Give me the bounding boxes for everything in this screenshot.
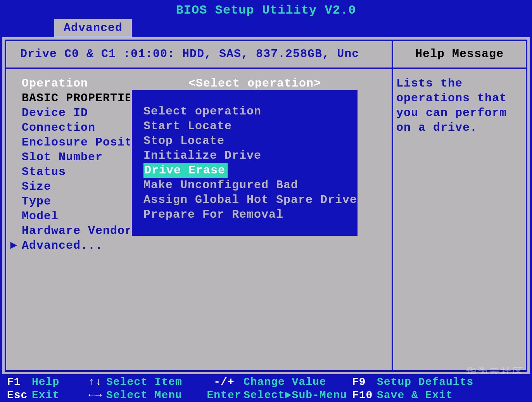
advanced-label: Advanced... bbox=[22, 239, 103, 252]
footer-row-1: F1Help ↑↓Select Item -/+Change Value F9S… bbox=[7, 376, 525, 389]
operation-popup: Select operation Start Locate Stop Locat… bbox=[130, 88, 359, 237]
popup-item-initialize-drive[interactable]: Initialize Drive bbox=[143, 148, 350, 163]
triangle-right-icon: ► bbox=[10, 238, 17, 253]
popup-item-prepare-for-removal[interactable]: Prepare For Removal bbox=[143, 207, 350, 222]
popup-item-start-locate[interactable]: Start Locate bbox=[143, 119, 350, 133]
arrows-up-down-icon: ↑↓ bbox=[85, 376, 106, 389]
popup-item-drive-erase[interactable]: Drive Erase bbox=[143, 163, 228, 178]
arrows-left-right-icon: ←→ bbox=[85, 389, 106, 402]
hint-select-sub-menu: Select►Sub-Menu bbox=[244, 389, 347, 401]
body-row: Operation <Select operation> BASIC PROPE… bbox=[5, 69, 527, 372]
footer: F1Help ↑↓Select Item -/+Change Value F9S… bbox=[0, 374, 532, 402]
popup-item-assign-global-hot-spare[interactable]: Assign Global Hot Spare Drive bbox=[143, 192, 350, 207]
properties-panel: Operation <Select operation> BASIC PROPE… bbox=[5, 69, 392, 372]
prop-advanced[interactable]: ► Advanced... bbox=[22, 238, 392, 253]
tab-row: Advanced bbox=[0, 19, 532, 38]
operation-label: Operation bbox=[22, 77, 88, 90]
hint-save-exit: Save & Exit bbox=[377, 389, 453, 401]
popup-item-stop-locate[interactable]: Stop Locate bbox=[143, 133, 350, 148]
hint-setup-defaults: Setup Defaults bbox=[377, 376, 473, 388]
key-f1: F1 bbox=[7, 376, 32, 389]
key-minus-plus: -/+ bbox=[205, 376, 244, 389]
key-esc: Esc bbox=[7, 389, 32, 402]
tab-advanced[interactable]: Advanced bbox=[54, 19, 132, 37]
help-title: Help Message bbox=[392, 40, 527, 69]
hint-select-item: Select Item bbox=[106, 376, 182, 388]
key-enter: Enter bbox=[205, 389, 244, 402]
help-panel: Lists the operations that you can perfor… bbox=[392, 69, 527, 372]
bios-title: BIOS Setup Utility V2.0 bbox=[0, 0, 532, 19]
footer-row-2: EscExit ←→Select Menu EnterSelect►Sub-Me… bbox=[7, 389, 525, 402]
drive-info: Drive C0 & C1 :01:00: HDD, SAS, 837.258G… bbox=[5, 40, 392, 69]
hint-help: Help bbox=[32, 376, 59, 388]
header-row: Drive C0 & C1 :01:00: HDD, SAS, 837.258G… bbox=[5, 40, 527, 69]
hint-select-menu: Select Menu bbox=[106, 389, 182, 401]
popup-item-make-unconfigured-bad[interactable]: Make Unconfigured Bad bbox=[143, 178, 350, 192]
hint-change-value: Change Value bbox=[244, 376, 326, 388]
main-frame: Drive C0 & C1 :01:00: HDD, SAS, 837.258G… bbox=[2, 37, 530, 374]
key-f10: F10 bbox=[352, 389, 377, 402]
hint-exit: Exit bbox=[32, 389, 59, 401]
popup-item-select-operation[interactable]: Select operation bbox=[143, 104, 350, 119]
key-f9: F9 bbox=[352, 376, 377, 389]
